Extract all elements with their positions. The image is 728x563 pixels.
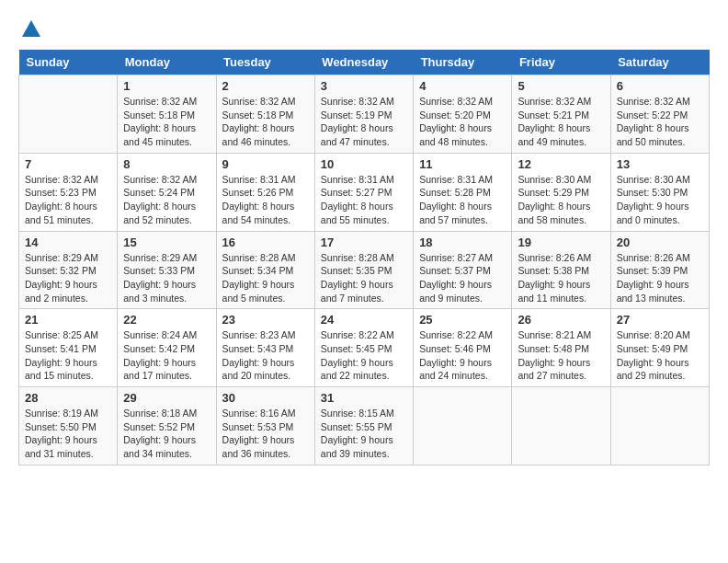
header-thursday: Thursday bbox=[414, 50, 512, 75]
day-number: 4 bbox=[419, 79, 506, 93]
calendar-cell: 3Sunrise: 8:32 AMSunset: 5:19 PMDaylight… bbox=[314, 75, 413, 154]
day-number: 13 bbox=[617, 157, 703, 171]
day-number: 14 bbox=[25, 236, 111, 249]
calendar-cell: 9Sunrise: 8:31 AMSunset: 5:26 PMDaylight… bbox=[216, 153, 314, 231]
calendar-cell: 29Sunrise: 8:18 AMSunset: 5:52 PMDayligh… bbox=[118, 387, 216, 465]
day-number: 22 bbox=[123, 313, 210, 327]
day-number: 24 bbox=[321, 313, 407, 327]
header-sunday: Sunday bbox=[19, 50, 118, 75]
cell-content: Sunrise: 8:24 AMSunset: 5:42 PMDaylight:… bbox=[123, 328, 210, 383]
calendar-cell: 25Sunrise: 8:22 AMSunset: 5:46 PMDayligh… bbox=[414, 309, 512, 387]
day-number: 12 bbox=[518, 157, 604, 171]
cell-content: Sunrise: 8:32 AMSunset: 5:22 PMDaylight:… bbox=[617, 95, 703, 149]
header-monday: Monday bbox=[118, 50, 216, 75]
calendar-cell: 10Sunrise: 8:31 AMSunset: 5:27 PMDayligh… bbox=[314, 153, 413, 231]
cell-content: Sunrise: 8:20 AMSunset: 5:49 PMDaylight:… bbox=[617, 328, 703, 383]
day-number: 23 bbox=[222, 313, 309, 327]
cell-content: Sunrise: 8:22 AMSunset: 5:45 PMDaylight:… bbox=[321, 328, 407, 383]
cell-content: Sunrise: 8:26 AMSunset: 5:38 PMDaylight:… bbox=[518, 251, 604, 305]
header-saturday: Saturday bbox=[610, 50, 709, 75]
day-number: 5 bbox=[518, 79, 604, 93]
calendar-cell: 22Sunrise: 8:24 AMSunset: 5:42 PMDayligh… bbox=[118, 309, 216, 387]
day-number: 26 bbox=[518, 313, 604, 327]
day-number: 31 bbox=[321, 391, 407, 405]
day-number: 6 bbox=[617, 79, 703, 93]
calendar-cell: 15Sunrise: 8:29 AMSunset: 5:33 PMDayligh… bbox=[118, 231, 216, 309]
day-number: 15 bbox=[123, 236, 210, 249]
calendar-cell: 30Sunrise: 8:16 AMSunset: 5:53 PMDayligh… bbox=[216, 387, 314, 465]
calendar-cell: 12Sunrise: 8:30 AMSunset: 5:29 PMDayligh… bbox=[512, 153, 610, 231]
header-wednesday: Wednesday bbox=[314, 50, 413, 75]
day-number: 29 bbox=[123, 391, 210, 405]
calendar-cell: 17Sunrise: 8:28 AMSunset: 5:35 PMDayligh… bbox=[314, 231, 413, 309]
calendar-cell: 6Sunrise: 8:32 AMSunset: 5:22 PMDaylight… bbox=[610, 75, 709, 154]
cell-content: Sunrise: 8:15 AMSunset: 5:55 PMDaylight:… bbox=[321, 407, 407, 461]
day-number: 21 bbox=[25, 313, 111, 327]
calendar-cell: 2Sunrise: 8:32 AMSunset: 5:18 PMDaylight… bbox=[216, 75, 314, 154]
day-number: 10 bbox=[321, 157, 407, 171]
calendar-week-row: 28Sunrise: 8:19 AMSunset: 5:50 PMDayligh… bbox=[19, 387, 710, 465]
calendar-cell: 16Sunrise: 8:28 AMSunset: 5:34 PMDayligh… bbox=[216, 231, 314, 309]
day-number: 27 bbox=[617, 313, 703, 327]
calendar-cell: 1Sunrise: 8:32 AMSunset: 5:18 PMDaylight… bbox=[118, 75, 216, 154]
svg-marker-0 bbox=[22, 20, 40, 37]
day-number: 28 bbox=[25, 391, 111, 405]
cell-content: Sunrise: 8:27 AMSunset: 5:37 PMDaylight:… bbox=[419, 251, 506, 305]
day-number: 3 bbox=[321, 79, 407, 93]
calendar-cell: 20Sunrise: 8:26 AMSunset: 5:39 PMDayligh… bbox=[610, 231, 709, 309]
cell-content: Sunrise: 8:32 AMSunset: 5:19 PMDaylight:… bbox=[321, 95, 407, 149]
cell-content: Sunrise: 8:19 AMSunset: 5:50 PMDaylight:… bbox=[25, 407, 111, 461]
cell-content: Sunrise: 8:22 AMSunset: 5:46 PMDaylight:… bbox=[419, 328, 506, 383]
calendar-week-row: 14Sunrise: 8:29 AMSunset: 5:32 PMDayligh… bbox=[19, 231, 710, 309]
calendar-cell: 8Sunrise: 8:32 AMSunset: 5:24 PMDaylight… bbox=[118, 153, 216, 231]
header-friday: Friday bbox=[512, 50, 610, 75]
day-number: 17 bbox=[321, 236, 407, 249]
calendar-cell: 5Sunrise: 8:32 AMSunset: 5:21 PMDaylight… bbox=[512, 75, 610, 154]
calendar-cell: 24Sunrise: 8:22 AMSunset: 5:45 PMDayligh… bbox=[314, 309, 413, 387]
cell-content: Sunrise: 8:32 AMSunset: 5:23 PMDaylight:… bbox=[25, 173, 111, 227]
calendar-week-row: 1Sunrise: 8:32 AMSunset: 5:18 PMDaylight… bbox=[19, 75, 710, 154]
cell-content: Sunrise: 8:30 AMSunset: 5:30 PMDaylight:… bbox=[617, 173, 703, 227]
cell-content: Sunrise: 8:21 AMSunset: 5:48 PMDaylight:… bbox=[518, 328, 604, 383]
cell-content: Sunrise: 8:32 AMSunset: 5:20 PMDaylight:… bbox=[419, 95, 506, 149]
calendar-cell: 14Sunrise: 8:29 AMSunset: 5:32 PMDayligh… bbox=[19, 231, 118, 309]
day-number: 20 bbox=[617, 236, 703, 249]
calendar-cell: 23Sunrise: 8:23 AMSunset: 5:43 PMDayligh… bbox=[216, 309, 314, 387]
calendar-cell: 11Sunrise: 8:31 AMSunset: 5:28 PMDayligh… bbox=[414, 153, 512, 231]
cell-content: Sunrise: 8:32 AMSunset: 5:24 PMDaylight:… bbox=[123, 173, 210, 227]
calendar-cell bbox=[19, 75, 118, 154]
day-number: 18 bbox=[419, 236, 506, 249]
cell-content: Sunrise: 8:31 AMSunset: 5:27 PMDaylight:… bbox=[321, 173, 407, 227]
cell-content: Sunrise: 8:29 AMSunset: 5:33 PMDaylight:… bbox=[123, 251, 210, 305]
cell-content: Sunrise: 8:30 AMSunset: 5:29 PMDaylight:… bbox=[518, 173, 604, 227]
day-number: 7 bbox=[25, 157, 111, 171]
calendar-cell: 21Sunrise: 8:25 AMSunset: 5:41 PMDayligh… bbox=[19, 309, 118, 387]
cell-content: Sunrise: 8:29 AMSunset: 5:32 PMDaylight:… bbox=[25, 251, 111, 305]
calendar-cell: 19Sunrise: 8:26 AMSunset: 5:38 PMDayligh… bbox=[512, 231, 610, 309]
calendar-cell: 18Sunrise: 8:27 AMSunset: 5:37 PMDayligh… bbox=[414, 231, 512, 309]
cell-content: Sunrise: 8:25 AMSunset: 5:41 PMDaylight:… bbox=[25, 328, 111, 383]
cell-content: Sunrise: 8:16 AMSunset: 5:53 PMDaylight:… bbox=[222, 407, 309, 461]
calendar-cell bbox=[512, 387, 610, 465]
cell-content: Sunrise: 8:18 AMSunset: 5:52 PMDaylight:… bbox=[123, 407, 210, 461]
day-number: 11 bbox=[419, 157, 506, 171]
cell-content: Sunrise: 8:31 AMSunset: 5:28 PMDaylight:… bbox=[419, 173, 506, 227]
calendar-week-row: 7Sunrise: 8:32 AMSunset: 5:23 PMDaylight… bbox=[19, 153, 710, 231]
calendar-cell: 31Sunrise: 8:15 AMSunset: 5:55 PMDayligh… bbox=[314, 387, 413, 465]
calendar-cell: 4Sunrise: 8:32 AMSunset: 5:20 PMDaylight… bbox=[414, 75, 512, 154]
cell-content: Sunrise: 8:23 AMSunset: 5:43 PMDaylight:… bbox=[222, 328, 309, 383]
cell-content: Sunrise: 8:32 AMSunset: 5:18 PMDaylight:… bbox=[123, 95, 210, 149]
cell-content: Sunrise: 8:28 AMSunset: 5:34 PMDaylight:… bbox=[222, 251, 309, 305]
calendar-week-row: 21Sunrise: 8:25 AMSunset: 5:41 PMDayligh… bbox=[19, 309, 710, 387]
day-number: 19 bbox=[518, 236, 604, 249]
day-number: 2 bbox=[222, 79, 309, 93]
cell-content: Sunrise: 8:31 AMSunset: 5:26 PMDaylight:… bbox=[222, 173, 309, 227]
day-number: 1 bbox=[123, 79, 210, 93]
day-number: 30 bbox=[222, 391, 309, 405]
logo-icon bbox=[20, 18, 42, 40]
header-row: Sunday Monday Tuesday Wednesday Thursday… bbox=[19, 50, 710, 75]
header-tuesday: Tuesday bbox=[216, 50, 314, 75]
calendar-cell bbox=[414, 387, 512, 465]
day-number: 16 bbox=[222, 236, 309, 249]
day-number: 9 bbox=[222, 157, 309, 171]
